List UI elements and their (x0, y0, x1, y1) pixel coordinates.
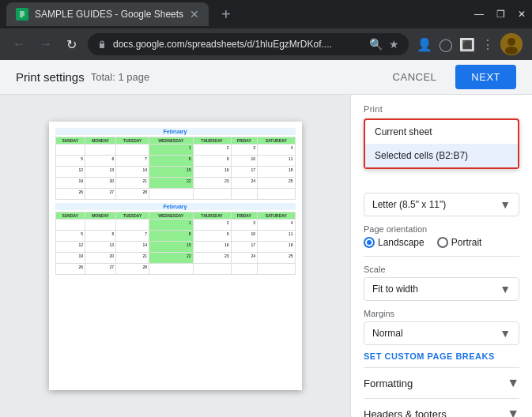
print-label: Print (364, 104, 519, 114)
address-icons: 🔍 ★ (369, 38, 399, 51)
restore-button[interactable]: ❐ (496, 9, 505, 20)
close-button[interactable]: ✕ (518, 9, 526, 20)
print-dropdown-wrapper: Current sheet ▼ Current sheet Selected c… (364, 118, 519, 142)
page-preview: February SUNDAY MONDAY TUESDAY WEDNESDAY… (49, 122, 302, 390)
scale-dropdown[interactable]: Fit to width ▼ (364, 277, 519, 301)
print-option-selected[interactable]: Selected cells (B2:B7) (365, 144, 518, 167)
more-icon[interactable]: ⋮ (481, 37, 494, 52)
svg-point-7 (507, 38, 515, 46)
tab-close-icon[interactable]: ✕ (190, 8, 199, 21)
set-page-breaks-link[interactable]: SET CUSTOM PAGE BREAKS (364, 351, 519, 361)
landscape-radio[interactable] (364, 237, 375, 248)
scale-label: Scale (364, 265, 519, 274)
svg-rect-5 (100, 43, 104, 48)
cal-month-2: February (55, 203, 296, 210)
lock-icon (97, 39, 107, 49)
address-bar[interactable]: docs.google.com/spreadsheets/d/1hluEgzMr… (88, 33, 409, 55)
puzzle-icon[interactable]: 🔳 (459, 37, 475, 52)
print-settings-title: Print settings (16, 70, 85, 84)
cal-month-1: February (55, 128, 296, 135)
main-content: February SUNDAY MONDAY TUESDAY WEDNESDAY… (0, 95, 532, 417)
svg-point-8 (505, 47, 518, 54)
avatar[interactable] (500, 33, 523, 55)
formatting-label: Formatting (364, 378, 413, 389)
profile-icon[interactable]: 👤 (417, 37, 432, 52)
paper-size-value: Letter (8.5" x 11") (372, 199, 446, 210)
headers-footers-label: Headers & footers (364, 408, 447, 418)
browser-tab[interactable]: SAMPLE GUIDES - Google Sheets ✕ (6, 2, 209, 26)
titlebar: SAMPLE GUIDES - Google Sheets ✕ + — ❐ ✕ (0, 0, 532, 28)
print-page-count: Total: 1 page (91, 71, 149, 83)
addressbar: ← → ↻ docs.google.com/spreadsheets/d/1hl… (0, 28, 532, 60)
cal-table-1: SUNDAY MONDAY TUESDAY WEDNESDAY THURSDAY… (55, 137, 296, 200)
portrait-radio[interactable] (437, 237, 448, 248)
print-option-current[interactable]: Current sheet (365, 120, 518, 144)
portrait-option[interactable]: Portrait (437, 237, 482, 248)
paper-size-dropdown[interactable]: Letter (8.5" x 11") ▼ (364, 193, 519, 216)
scale-value: Fit to width (372, 284, 418, 295)
svg-rect-0 (18, 9, 26, 19)
header-actions: CANCEL NEXT (383, 65, 516, 89)
margins-dropdown[interactable]: Normal ▼ (364, 321, 519, 345)
cal-table-2: SUNDAY MONDAY TUESDAY WEDNESDAY THURSDAY… (55, 212, 296, 275)
new-tab-button[interactable]: + (215, 6, 237, 24)
cancel-button[interactable]: CANCEL (383, 65, 447, 89)
tab-title: SAMPLE GUIDES - Google Sheets (35, 9, 183, 20)
preview-area: February SUNDAY MONDAY TUESDAY WEDNESDAY… (0, 95, 350, 417)
window-controls: — ❐ ✕ (474, 9, 526, 20)
reload-button[interactable]: ↻ (63, 34, 80, 55)
toolbar-icons: 👤 ◯ 🔳 ⋮ (417, 33, 523, 55)
margins-value: Normal (372, 328, 403, 339)
page-orientation-label: Page orientation (364, 224, 519, 234)
settings-panel: Print Current sheet ▼ Current sheet Sele… (350, 95, 532, 417)
formatting-section[interactable]: Formatting ▼ (364, 367, 519, 398)
headers-footers-expand-icon: ▼ (507, 407, 519, 417)
margins-label: Margins (364, 309, 519, 318)
formatting-expand-icon: ▼ (507, 376, 519, 390)
url-text: docs.google.com/spreadsheets/d/1hluEgzMr… (113, 39, 332, 50)
divider-1 (364, 256, 519, 257)
extensions-icon[interactable]: ◯ (439, 37, 453, 52)
paper-size-arrow-icon: ▼ (500, 198, 511, 211)
landscape-option[interactable]: Landscape (364, 237, 424, 248)
headers-footers-section[interactable]: Headers & footers ▼ (364, 398, 519, 417)
sheets-icon (16, 8, 28, 21)
forward-button[interactable]: → (36, 34, 55, 54)
search-icon[interactable]: 🔍 (369, 38, 383, 51)
orientation-radio-group: Landscape Portrait (364, 237, 519, 248)
print-settings-header: Print settings Total: 1 page CANCEL NEXT (0, 60, 532, 95)
calendar-preview: February SUNDAY MONDAY TUESDAY WEDNESDAY… (55, 128, 296, 384)
minimize-button[interactable]: — (474, 9, 484, 20)
portrait-label: Portrait (451, 237, 482, 248)
next-button[interactable]: NEXT (455, 65, 516, 89)
margins-arrow-icon: ▼ (500, 327, 511, 340)
print-dropdown-menu: Current sheet Selected cells (B2:B7) (364, 118, 519, 169)
bookmark-icon[interactable]: ★ (389, 38, 399, 51)
back-button[interactable]: ← (9, 34, 28, 54)
landscape-label: Landscape (378, 237, 424, 248)
scale-arrow-icon: ▼ (500, 283, 511, 295)
